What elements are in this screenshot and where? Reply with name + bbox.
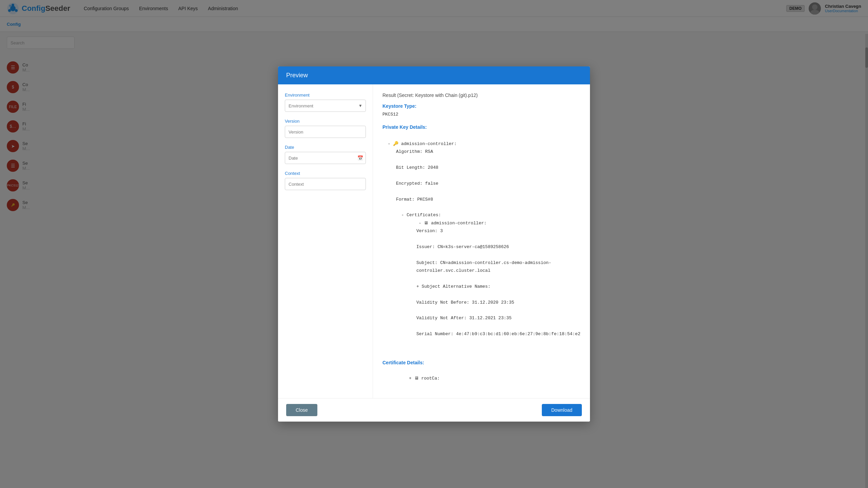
modal-overlay: Preview Environment ▼ Version: [0, 0, 868, 17]
